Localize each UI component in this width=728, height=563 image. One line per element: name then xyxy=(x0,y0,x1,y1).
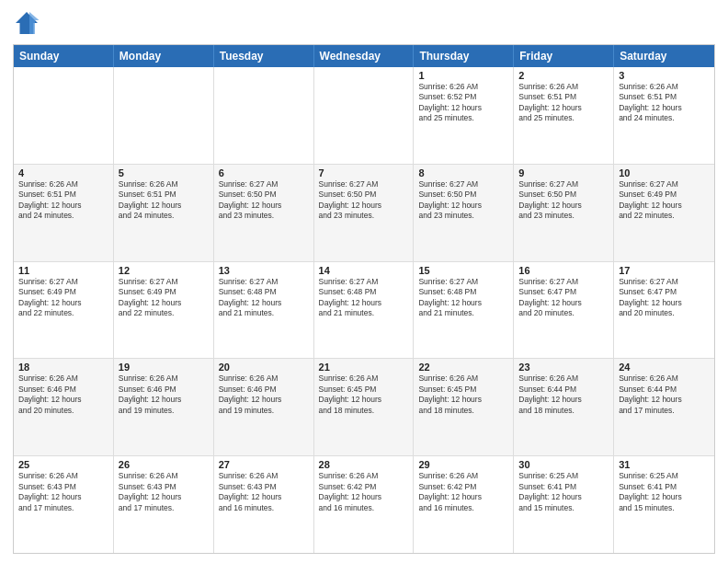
day-number: 23 xyxy=(518,362,609,373)
day-cell-5: 5Sunrise: 6:26 AM Sunset: 6:51 PM Daylig… xyxy=(114,165,214,261)
day-info: Sunrise: 6:26 AM Sunset: 6:43 PM Dayligh… xyxy=(18,471,108,513)
day-info: Sunrise: 6:27 AM Sunset: 6:47 PM Dayligh… xyxy=(518,277,609,319)
day-cell-4: 4Sunrise: 6:26 AM Sunset: 6:51 PM Daylig… xyxy=(14,165,114,261)
day-number: 14 xyxy=(319,265,409,276)
day-info: Sunrise: 6:26 AM Sunset: 6:51 PM Dayligh… xyxy=(619,82,710,124)
day-number: 13 xyxy=(219,265,309,276)
day-number: 16 xyxy=(518,265,609,276)
calendar-body: 1Sunrise: 6:26 AM Sunset: 6:52 PM Daylig… xyxy=(14,67,714,553)
day-number: 30 xyxy=(518,459,609,470)
day-info: Sunrise: 6:25 AM Sunset: 6:41 PM Dayligh… xyxy=(518,471,609,513)
day-info: Sunrise: 6:26 AM Sunset: 6:51 PM Dayligh… xyxy=(18,179,108,222)
day-info: Sunrise: 6:27 AM Sunset: 6:49 PM Dayligh… xyxy=(18,277,108,319)
day-number: 17 xyxy=(619,265,710,276)
day-info: Sunrise: 6:26 AM Sunset: 6:43 PM Dayligh… xyxy=(119,471,209,513)
day-cell-1: 1Sunrise: 6:26 AM Sunset: 6:52 PM Daylig… xyxy=(414,67,514,164)
day-number: 10 xyxy=(619,167,710,178)
empty-cell xyxy=(114,67,214,164)
calendar-row-2: 11Sunrise: 6:27 AM Sunset: 6:49 PM Dayli… xyxy=(14,261,714,359)
day-info: Sunrise: 6:26 AM Sunset: 6:44 PM Dayligh… xyxy=(518,373,609,416)
day-cell-6: 6Sunrise: 6:27 AM Sunset: 6:50 PM Daylig… xyxy=(214,165,314,261)
day-number: 4 xyxy=(18,167,108,178)
day-info: Sunrise: 6:26 AM Sunset: 6:42 PM Dayligh… xyxy=(319,471,409,513)
day-number: 28 xyxy=(319,459,409,470)
header-day-wednesday: Wednesday xyxy=(314,45,415,67)
day-cell-27: 27Sunrise: 6:26 AM Sunset: 6:43 PM Dayli… xyxy=(214,456,314,553)
calendar-row-1: 4Sunrise: 6:26 AM Sunset: 6:51 PM Daylig… xyxy=(14,164,714,261)
day-info: Sunrise: 6:27 AM Sunset: 6:50 PM Dayligh… xyxy=(219,179,309,222)
day-number: 1 xyxy=(418,70,508,81)
day-info: Sunrise: 6:26 AM Sunset: 6:46 PM Dayligh… xyxy=(18,373,108,416)
header-day-thursday: Thursday xyxy=(414,45,514,67)
day-cell-17: 17Sunrise: 6:27 AM Sunset: 6:47 PM Dayli… xyxy=(614,262,714,359)
day-info: Sunrise: 6:26 AM Sunset: 6:46 PM Dayligh… xyxy=(219,373,309,416)
day-cell-29: 29Sunrise: 6:26 AM Sunset: 6:42 PM Dayli… xyxy=(414,456,514,553)
day-number: 15 xyxy=(418,265,508,276)
day-cell-7: 7Sunrise: 6:27 AM Sunset: 6:50 PM Daylig… xyxy=(314,165,415,261)
day-cell-11: 11Sunrise: 6:27 AM Sunset: 6:49 PM Dayli… xyxy=(14,262,114,359)
day-cell-22: 22Sunrise: 6:26 AM Sunset: 6:45 PM Dayli… xyxy=(414,359,514,455)
day-number: 25 xyxy=(18,459,108,470)
day-number: 3 xyxy=(619,70,710,81)
day-cell-30: 30Sunrise: 6:25 AM Sunset: 6:41 PM Dayli… xyxy=(514,456,614,553)
page: SundayMondayTuesdayWednesdayThursdayFrid… xyxy=(0,0,728,563)
day-info: Sunrise: 6:27 AM Sunset: 6:50 PM Dayligh… xyxy=(319,179,409,222)
day-number: 5 xyxy=(119,167,209,178)
day-info: Sunrise: 6:26 AM Sunset: 6:51 PM Dayligh… xyxy=(518,82,609,124)
day-cell-31: 31Sunrise: 6:25 AM Sunset: 6:41 PM Dayli… xyxy=(614,456,714,553)
header-day-monday: Monday xyxy=(114,45,214,67)
day-info: Sunrise: 6:27 AM Sunset: 6:50 PM Dayligh… xyxy=(418,179,508,222)
logo xyxy=(13,9,44,37)
day-info: Sunrise: 6:27 AM Sunset: 6:48 PM Dayligh… xyxy=(418,277,508,319)
day-info: Sunrise: 6:26 AM Sunset: 6:46 PM Dayligh… xyxy=(119,373,209,416)
day-info: Sunrise: 6:27 AM Sunset: 6:49 PM Dayligh… xyxy=(619,179,710,222)
day-number: 11 xyxy=(18,265,108,276)
day-number: 31 xyxy=(619,459,710,470)
day-number: 6 xyxy=(219,167,309,178)
day-info: Sunrise: 6:26 AM Sunset: 6:45 PM Dayligh… xyxy=(319,373,409,416)
calendar: SundayMondayTuesdayWednesdayThursdayFrid… xyxy=(13,44,715,554)
day-number: 9 xyxy=(518,167,609,178)
day-cell-23: 23Sunrise: 6:26 AM Sunset: 6:44 PM Dayli… xyxy=(514,359,614,455)
header-day-friday: Friday xyxy=(514,45,614,67)
day-number: 21 xyxy=(319,362,409,373)
day-number: 2 xyxy=(518,70,609,81)
day-cell-15: 15Sunrise: 6:27 AM Sunset: 6:48 PM Dayli… xyxy=(414,262,514,359)
day-cell-2: 2Sunrise: 6:26 AM Sunset: 6:51 PM Daylig… xyxy=(514,67,614,164)
day-number: 8 xyxy=(418,167,508,178)
day-info: Sunrise: 6:27 AM Sunset: 6:50 PM Dayligh… xyxy=(518,179,609,222)
day-cell-24: 24Sunrise: 6:26 AM Sunset: 6:44 PM Dayli… xyxy=(614,359,714,455)
day-info: Sunrise: 6:26 AM Sunset: 6:44 PM Dayligh… xyxy=(619,373,710,416)
day-cell-26: 26Sunrise: 6:26 AM Sunset: 6:43 PM Dayli… xyxy=(114,456,214,553)
day-info: Sunrise: 6:27 AM Sunset: 6:48 PM Dayligh… xyxy=(219,277,309,319)
day-cell-25: 25Sunrise: 6:26 AM Sunset: 6:43 PM Dayli… xyxy=(14,456,114,553)
day-number: 24 xyxy=(619,362,710,373)
calendar-row-4: 25Sunrise: 6:26 AM Sunset: 6:43 PM Dayli… xyxy=(14,455,714,553)
day-cell-19: 19Sunrise: 6:26 AM Sunset: 6:46 PM Dayli… xyxy=(114,359,214,455)
empty-cell xyxy=(14,67,114,164)
header-day-sunday: Sunday xyxy=(14,45,114,67)
day-info: Sunrise: 6:27 AM Sunset: 6:48 PM Dayligh… xyxy=(319,277,409,319)
header xyxy=(13,9,715,37)
calendar-row-0: 1Sunrise: 6:26 AM Sunset: 6:52 PM Daylig… xyxy=(14,67,714,164)
day-cell-18: 18Sunrise: 6:26 AM Sunset: 6:46 PM Dayli… xyxy=(14,359,114,455)
day-number: 18 xyxy=(18,362,108,373)
day-cell-28: 28Sunrise: 6:26 AM Sunset: 6:42 PM Dayli… xyxy=(314,456,415,553)
day-cell-3: 3Sunrise: 6:26 AM Sunset: 6:51 PM Daylig… xyxy=(614,67,714,164)
day-number: 27 xyxy=(219,459,309,470)
day-info: Sunrise: 6:26 AM Sunset: 6:52 PM Dayligh… xyxy=(418,82,508,124)
day-number: 12 xyxy=(119,265,209,276)
day-info: Sunrise: 6:26 AM Sunset: 6:45 PM Dayligh… xyxy=(418,373,508,416)
day-cell-12: 12Sunrise: 6:27 AM Sunset: 6:49 PM Dayli… xyxy=(114,262,214,359)
day-number: 29 xyxy=(418,459,508,470)
day-cell-20: 20Sunrise: 6:26 AM Sunset: 6:46 PM Dayli… xyxy=(214,359,314,455)
day-cell-14: 14Sunrise: 6:27 AM Sunset: 6:48 PM Dayli… xyxy=(314,262,415,359)
day-info: Sunrise: 6:25 AM Sunset: 6:41 PM Dayligh… xyxy=(619,471,710,513)
calendar-header: SundayMondayTuesdayWednesdayThursdayFrid… xyxy=(14,45,714,67)
empty-cell xyxy=(314,67,415,164)
day-number: 19 xyxy=(119,362,209,373)
day-cell-21: 21Sunrise: 6:26 AM Sunset: 6:45 PM Dayli… xyxy=(314,359,415,455)
day-info: Sunrise: 6:26 AM Sunset: 6:43 PM Dayligh… xyxy=(219,471,309,513)
day-cell-8: 8Sunrise: 6:27 AM Sunset: 6:50 PM Daylig… xyxy=(414,165,514,261)
day-cell-9: 9Sunrise: 6:27 AM Sunset: 6:50 PM Daylig… xyxy=(514,165,614,261)
